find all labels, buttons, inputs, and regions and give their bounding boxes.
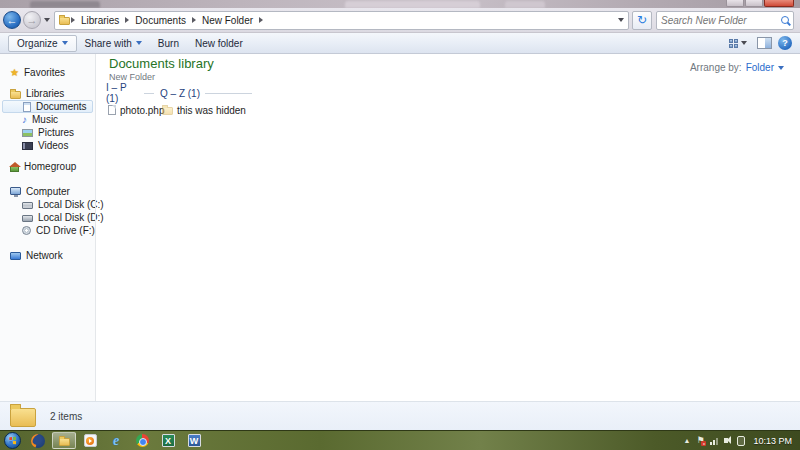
breadcrumb-documents[interactable]: Documents [130,15,191,26]
sidebar-item-music[interactable]: ♪ Music [0,113,95,126]
group-header[interactable]: I – P (1) [106,86,154,100]
taskbar-media-player-button[interactable] [78,432,102,449]
folder-item-this-was-hidden[interactable]: this was hidden [160,103,252,117]
organize-button[interactable]: Organize [8,35,77,52]
taskbar-firefox-button[interactable] [26,432,50,449]
taskbar-internet-explorer-button[interactable]: e [104,432,128,449]
burn-label: Burn [158,38,179,49]
breadcrumb-libraries[interactable]: Libraries [76,15,124,26]
search-input[interactable] [661,15,781,26]
background-tab [30,1,100,8]
group-header-label: Q – Z (1) [160,88,200,99]
word-icon: W [188,434,201,447]
taskbar-excel-button[interactable]: X [156,432,180,449]
homegroup-icon [10,166,19,172]
sidebar-item-pictures[interactable]: Pictures [0,126,95,139]
sidebar-item-label: Pictures [38,127,74,138]
search-icon[interactable] [781,16,789,24]
video-icon [22,142,33,150]
command-toolbar: Organize Share with Burn New folder ? [0,33,800,54]
file-name: photo.php [120,105,165,116]
sidebar-item-local-disk-d[interactable]: Local Disk (D:) [0,211,95,224]
chevron-down-icon[interactable] [778,66,784,70]
address-dropdown-icon[interactable] [618,18,624,22]
details-pane: 2 items [0,401,800,430]
close-icon[interactable] [764,0,794,7]
file-item-photo-php[interactable]: photo.php [106,103,154,117]
forward-button[interactable]: → [23,11,41,29]
search-box[interactable] [656,11,794,30]
taskbar: e X W ▲ x 10:13 PM [0,430,800,450]
share-with-button[interactable]: Share with [77,36,150,51]
network-icon [10,252,21,260]
back-button[interactable]: ← [3,11,21,29]
new-folder-label: New folder [195,38,243,49]
taskbar-clock[interactable]: 10:13 PM [753,436,792,446]
background-tab [345,1,480,8]
start-button[interactable] [4,432,21,449]
chrome-icon [136,434,149,447]
breadcrumb[interactable]: Libraries Documents New Folder [54,11,629,30]
star-icon: ★ [10,68,19,78]
sidebar-item-computer[interactable]: Computer [0,185,95,198]
music-note-icon: ♪ [22,115,27,125]
arrange-by-control[interactable]: Arrange by: Folder [690,62,784,73]
new-folder-button[interactable]: New folder [187,36,251,51]
media-player-icon [84,434,97,447]
navigation-pane: ★ Favorites Libraries Documents ♪ Music … [0,54,95,401]
disk-icon [22,215,33,222]
maximize-icon[interactable] [745,0,763,7]
sidebar-item-homegroup[interactable]: Homegroup [0,160,95,173]
sidebar-item-label: Homegroup [24,161,76,172]
chevron-right-icon [259,17,263,23]
chevron-right-icon [192,17,196,23]
device-icon[interactable] [737,436,745,446]
network-signal-icon[interactable] [710,437,718,445]
sidebar-item-cd-drive-f[interactable]: CD Drive (F:) [0,224,95,237]
group-header-line [144,93,154,94]
sidebar-item-label: Videos [38,140,68,151]
group-i-p: I – P (1) photo.php [106,86,154,117]
sidebar-item-videos[interactable]: Videos [0,139,95,152]
library-title: Documents library [109,56,214,71]
recent-pages-dropdown-icon[interactable] [44,18,50,22]
document-icon [23,102,31,112]
chevron-right-icon [125,17,129,23]
sidebar-item-network[interactable]: Network [0,249,95,262]
refresh-button[interactable]: ↻ [632,11,652,30]
sidebar-item-documents[interactable]: Documents [2,100,93,113]
sidebar-item-label: Local Disk (D:) [38,212,104,223]
folder-name: this was hidden [177,105,246,116]
group-header[interactable]: Q – Z (1) [160,86,252,100]
taskbar-word-button[interactable]: W [182,432,206,449]
action-center-icon[interactable]: x [696,436,704,445]
group-header-label: I – P (1) [106,82,139,104]
minimize-icon[interactable] [726,0,744,7]
sidebar-item-libraries[interactable]: Libraries [0,87,95,100]
taskbar-explorer-button[interactable] [52,432,76,449]
window-body: ★ Favorites Libraries Documents ♪ Music … [0,54,800,401]
preview-pane-button[interactable] [757,37,772,49]
show-hidden-icons-button[interactable]: ▲ [684,437,691,444]
sidebar-item-label: Local Disk (C:) [38,199,104,210]
explorer-folder-icon [59,438,70,446]
chevron-down-icon [136,41,142,45]
sidebar-item-favorites[interactable]: ★ Favorites [0,66,95,79]
group-header-line [205,93,252,94]
arrange-by-value[interactable]: Folder [746,62,774,73]
folder-icon [59,17,70,25]
burn-button[interactable]: Burn [150,36,187,51]
sidebar-item-label: Computer [26,186,70,197]
internet-explorer-icon: e [113,434,119,448]
navigation-bar: ← → Libraries Documents New Folder ↻ [0,8,800,33]
taskbar-chrome-button[interactable] [130,432,154,449]
change-view-button[interactable] [725,37,751,50]
help-button[interactable]: ? [778,36,792,50]
hidden-folder-icon [162,107,173,115]
file-list-pane[interactable]: Documents library New Folder Arrange by:… [95,54,800,401]
breadcrumb-new-folder[interactable]: New Folder [197,15,258,26]
arrange-by-label: Arrange by: [690,62,742,73]
volume-icon[interactable] [724,438,728,443]
sidebar-item-label: CD Drive (F:) [36,225,95,236]
sidebar-item-local-disk-c[interactable]: Local Disk (C:) [0,198,95,211]
